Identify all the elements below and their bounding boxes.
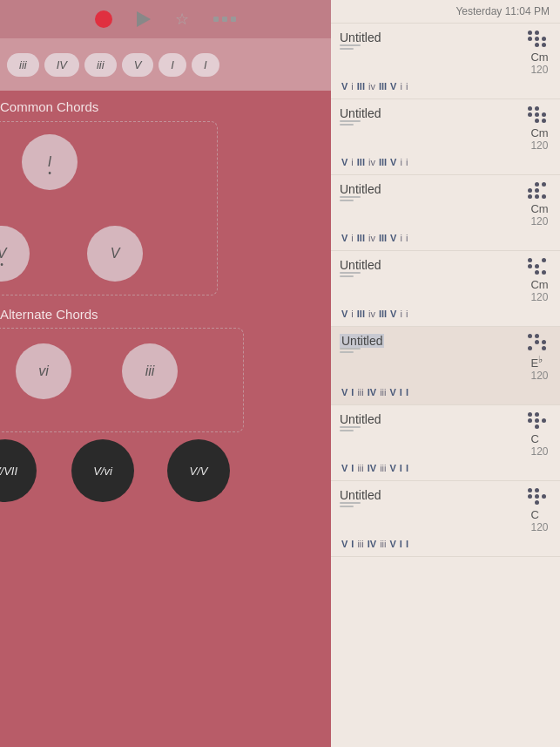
chord-seq-item: V [341,157,347,167]
chord-seq-item: V [341,233,347,243]
chord-seq-item: i [406,81,408,92]
song-key: Cm [530,51,548,64]
chord-circle-V-V[interactable]: V/V [167,439,230,502]
song-right: E♭ 120 [528,334,551,382]
chord-seq-item: IV [368,387,376,397]
song-notation [340,44,381,50]
notation-line-2 [340,200,354,201]
song-key-bpm: Cm 120 [530,202,548,227]
alternate-chords-label: Alternate Chords [0,307,98,322]
chord-seq-item: i [351,309,353,319]
dot [542,340,546,344]
chord-pill-1[interactable]: iii [7,53,39,77]
chord-seq-item: IV [368,539,376,549]
chord-sequence: V i III iv III V i i [340,229,551,247]
song-item-4[interactable]: Untitled E♭ 120 V I iii IV iii V I I [331,327,560,405]
dot-pattern [528,334,546,350]
chord-circle-I[interactable]: I• [22,134,78,190]
chord-seq-item: I [351,539,354,549]
song-item-0[interactable]: Untitled Cm 120 V i III iv III V i i [331,24,560,99]
notation-lines [340,196,361,201]
dot [535,37,539,41]
chord-sequence: V I iii IV iii V I I [340,459,551,477]
song-top: Untitled Cm 120 [340,31,551,76]
chord-circle-vi[interactable]: vi [16,343,71,399]
notation-line-2 [340,124,354,126]
play-button[interactable] [137,11,151,27]
chord-pill-5[interactable]: I [159,53,186,77]
chord-seq-item: III [379,157,387,167]
dot [542,182,546,187]
chord-pill-3[interactable]: iii [84,53,117,77]
chord-sequence: V i III iv III V i i [340,153,551,171]
chord-seq-item: iv [368,81,375,92]
dot [528,106,532,111]
chord-seq-item: III [357,309,365,319]
chord-pill-2[interactable]: IV [44,53,79,77]
song-key-bpm: E♭ 120 [530,354,548,382]
song-bpm: 120 [530,521,548,533]
chord-seq-item: V [341,81,347,92]
dot [528,412,532,417]
song-item-5[interactable]: Untitled C 120 V I iii IV iii V I I [331,405,560,481]
song-item-1[interactable]: Untitled Cm 120 V i III iv III V i i [331,99,560,175]
notation-line-2 [340,506,354,507]
song-item-6[interactable]: Untitled C 120 V I iii IV iii V I I [331,481,560,557]
dot-pattern [528,182,546,199]
song-notation [340,426,381,431]
dot1 [213,17,219,22]
song-right: Cm 120 [528,106,551,152]
dot [535,418,539,423]
record-button[interactable] [95,10,112,28]
dot-pattern [528,258,546,275]
song-item-2[interactable]: Untitled Cm 120 V i III iv III V i i [331,175,560,251]
chord-seq-item: V [390,157,396,167]
song-notation [340,348,384,353]
chord-circle-iii[interactable]: iii [122,343,178,399]
chord-bar[interactable]: iii IV iii V I I [0,38,331,91]
song-right: Cm 120 [528,258,551,303]
chord-circle-V-vi[interactable]: V/vi [71,439,134,502]
chord-seq-item: V [390,233,396,243]
dot [528,37,532,41]
chord-seq-item: III [379,233,387,243]
song-item-3[interactable]: Untitled Cm 120 V i III iv III V i i [331,251,560,327]
dot [535,194,539,199]
song-top: Untitled Cm 120 [340,182,551,227]
chord-seq-item: i [351,157,353,167]
song-title: Untitled [340,412,381,426]
chord-circle-V-VII[interactable]: V/VII [0,439,37,502]
notation-line-2 [340,430,354,431]
chord-sequence: V I iii IV iii V I I [340,535,551,553]
song-top: Untitled Cm 120 [340,106,551,152]
chord-seq-item: iii [380,463,386,473]
notation-line-1 [340,348,361,350]
chord-pill-4[interactable]: V [122,53,154,77]
notation-line-1 [340,44,361,46]
favorite-button[interactable]: ☆ [175,10,189,29]
song-notation [340,272,381,277]
song-key: C [530,508,548,521]
dot [528,494,532,499]
chord-seq-item: I [400,387,402,397]
song-top: Untitled C 120 [340,488,551,533]
song-top: Untitled C 120 [340,412,551,458]
chord-seq-item: V [390,81,396,92]
dot [535,106,539,111]
song-top: Untitled E♭ 120 [340,334,551,382]
more-button[interactable] [213,17,236,22]
dot [528,112,532,117]
song-key: E♭ [530,354,548,370]
notation-line-1 [340,426,361,428]
song-bpm: 120 [530,291,548,303]
dot [542,258,546,262]
dot [528,346,532,350]
dot [535,182,539,187]
dot [535,264,539,268]
chord-seq-item: V [341,463,347,473]
dot-pattern [528,412,546,429]
dot [535,43,539,47]
chord-circle-V-right[interactable]: V [87,226,143,282]
chord-seq-item: iv [368,309,375,319]
chord-pill-6[interactable]: I [192,53,219,77]
